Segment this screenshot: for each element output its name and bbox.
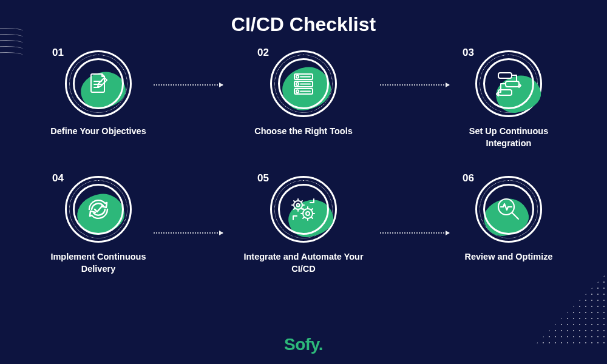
svg-line-31 <box>311 209 313 210</box>
step-medallion <box>475 176 542 243</box>
svg-line-23 <box>294 201 295 202</box>
svg-line-34 <box>311 217 313 218</box>
arrow-icon <box>154 232 223 234</box>
step-number: 03 <box>463 47 474 59</box>
step-06: 06 Review and Optimize <box>446 176 572 275</box>
svg-line-32 <box>303 217 304 218</box>
step-label: Choose the Right Tools <box>243 126 364 138</box>
arrow-icon <box>380 232 449 234</box>
step-medallion <box>270 50 337 117</box>
step-03: 03 Set Up Continuous Integration <box>446 50 572 149</box>
step-number: 06 <box>463 172 474 184</box>
svg-point-10 <box>296 90 299 92</box>
decorative-waves <box>0 28 23 58</box>
cycle-check-icon <box>82 193 115 226</box>
step-number: 02 <box>257 47 269 59</box>
svg-point-26 <box>306 212 310 215</box>
svg-point-7 <box>296 83 299 85</box>
svg-rect-13 <box>506 81 519 87</box>
svg-line-21 <box>301 201 302 202</box>
pipeline-flow-icon <box>492 67 525 100</box>
step-label: Define Your Objectives <box>38 126 159 138</box>
numbered-list-icon <box>288 69 319 99</box>
svg-point-4 <box>296 75 299 78</box>
arrow-icon <box>154 84 223 86</box>
arrow-icon <box>380 84 449 86</box>
step-label: Implement Continuous Delivery <box>38 251 159 275</box>
magnifier-pulse-icon <box>493 194 524 225</box>
svg-line-22 <box>294 208 295 209</box>
step-02: 02 Choose the Right Tools <box>240 50 367 149</box>
svg-line-24 <box>301 208 302 209</box>
step-05: 05 <box>240 176 367 275</box>
step-01: 01 Define Your Objectives <box>35 50 161 149</box>
svg-line-33 <box>303 209 304 210</box>
step-number: 05 <box>257 172 269 184</box>
svg-line-36 <box>512 213 518 219</box>
step-medallion <box>475 50 542 117</box>
svg-rect-12 <box>498 73 512 78</box>
svg-point-16 <box>297 204 300 207</box>
step-medallion <box>65 50 132 117</box>
step-label: Set Up Continuous Integration <box>448 126 569 149</box>
document-pencil-icon <box>84 69 113 98</box>
step-medallion <box>65 176 132 243</box>
brand-logo: Sofy. <box>0 335 607 354</box>
step-number: 04 <box>52 172 64 184</box>
step-04: 04 Implement Continuous Delivery <box>35 176 161 275</box>
step-number: 01 <box>52 47 64 59</box>
step-label: Review and Optimize <box>448 251 569 263</box>
step-label: Integrate and Automate Your CI/CD <box>243 251 364 275</box>
page-title: CI/CD Checklist <box>0 0 607 36</box>
gears-loop-icon <box>286 192 321 227</box>
step-medallion <box>270 176 337 243</box>
checklist-grid: 01 Define Your Objectives 02 <box>35 50 572 275</box>
